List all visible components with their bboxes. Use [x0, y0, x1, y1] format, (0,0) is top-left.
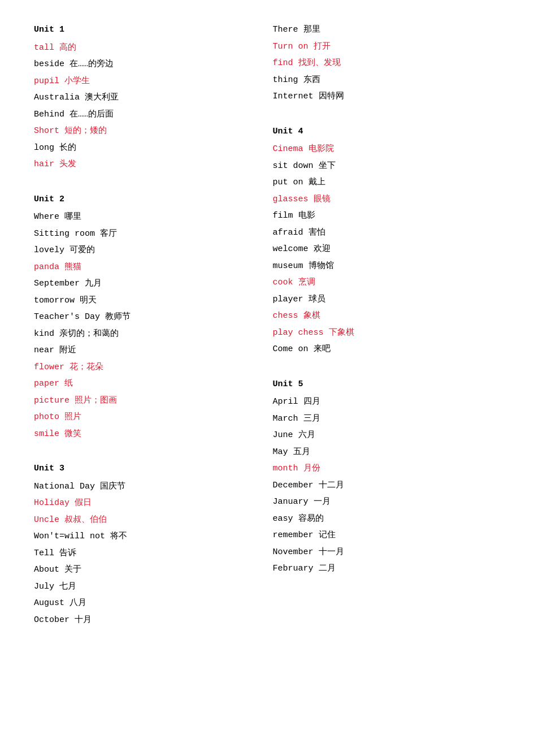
section-header: Unit 4: [273, 124, 501, 139]
vocab-entry: Teacher's Day 教师节: [34, 310, 262, 325]
left-column: Unit 1tall 高的beside 在……的旁边pupil 小学生Austr…: [34, 23, 273, 629]
vocab-entry: September 九月: [34, 277, 262, 291]
vocab-entry: glasses 眼镜: [273, 192, 501, 207]
vocab-entry: Turn on 打开: [273, 40, 501, 54]
vocab-entry: sit down 坐下: [273, 159, 501, 174]
vocab-entry: smile 微笑: [34, 427, 262, 442]
vocab-entry: play chess 下象棋: [273, 326, 501, 340]
vocab-entry: January 一月: [273, 495, 501, 509]
vocab-entry: flower 花；花朵: [34, 360, 262, 375]
vocab-entry: Uncle 叔叔、伯伯: [34, 513, 262, 528]
vocab-entry: pupil 小学生: [34, 74, 262, 89]
vocab-entry: April 四月: [273, 395, 501, 409]
vocab-entry: May 五月: [273, 445, 501, 460]
vocab-entry: panda 熊猫: [34, 260, 262, 275]
vocab-entry: About 关于: [34, 563, 262, 577]
vocab-entry: hair 头发: [34, 157, 262, 172]
vocab-entry: June 六月: [273, 428, 501, 443]
vocab-entry: tall 高的: [34, 41, 262, 55]
vocab-entry: Holiday 假日: [34, 496, 262, 511]
section-header: Unit 2: [34, 192, 262, 207]
vocab-entry: Internet 因特网: [273, 89, 501, 104]
section-header: Unit 3: [34, 461, 262, 476]
vocab-entry: Sitting room 客厅: [34, 227, 262, 241]
vocab-entry: kind 亲切的；和蔼的: [34, 327, 262, 342]
page-container: Unit 1tall 高的beside 在……的旁边pupil 小学生Austr…: [34, 23, 500, 629]
section-header: Unit 5: [273, 377, 501, 392]
vocab-entry: Won't=will not 将不: [34, 529, 262, 544]
vocab-entry: Cinema 电影院: [273, 142, 501, 157]
vocab-entry: museum 博物馆: [273, 259, 501, 274]
vocab-entry: month 月份: [273, 461, 501, 476]
vocab-entry: picture 照片；图画: [34, 394, 262, 408]
vocab-entry: lovely 可爱的: [34, 243, 262, 258]
vocab-entry: remember 记住: [273, 528, 501, 543]
vocab-entry: cook 烹调: [273, 275, 501, 290]
vocab-entry: find 找到、发现: [273, 56, 501, 71]
vocab-entry: There 那里: [273, 23, 501, 37]
vocab-entry: Tell 告诉: [34, 546, 262, 561]
vocab-entry: March 三月: [273, 412, 501, 426]
vocab-entry: thing 东西: [273, 73, 501, 88]
vocab-entry: National Day 国庆节: [34, 479, 262, 494]
vocab-entry: Short 短的；矮的: [34, 124, 262, 139]
vocab-entry: chess 象棋: [273, 309, 501, 323]
vocab-entry: beside 在……的旁边: [34, 57, 262, 72]
vocab-entry: paper 纸: [34, 377, 262, 391]
vocab-entry: August 八月: [34, 596, 262, 611]
vocab-entry: Where 哪里: [34, 210, 262, 224]
vocab-entry: tomorrow 明天: [34, 293, 262, 308]
vocab-entry: November 十一月: [273, 545, 501, 560]
vocab-entry: put on 戴上: [273, 175, 501, 190]
section-spacer: [34, 174, 262, 182]
vocab-entry: Come on 来吧: [273, 342, 501, 357]
vocab-entry: afraid 害怕: [273, 226, 501, 240]
vocab-entry: welcome 欢迎: [273, 242, 501, 257]
vocab-entry: December 十二月: [273, 478, 501, 493]
vocab-entry: photo 照片: [34, 410, 262, 425]
vocab-entry: easy 容易的: [273, 512, 501, 526]
vocab-entry: long 长的: [34, 141, 262, 155]
section-spacer: [273, 106, 501, 114]
vocab-entry: February 二月: [273, 561, 501, 576]
vocab-entry: near 附近: [34, 343, 262, 358]
vocab-entry: player 球员: [273, 292, 501, 307]
vocab-entry: Australia 澳大利亚: [34, 90, 262, 105]
section-spacer: [273, 359, 501, 367]
vocab-entry: July 七月: [34, 580, 262, 594]
section-header: Unit 1: [34, 23, 262, 37]
section-spacer: [34, 443, 262, 451]
vocab-entry: film 电影: [273, 209, 501, 223]
vocab-entry: October 十月: [34, 613, 262, 628]
vocab-entry: Behind 在……的后面: [34, 107, 262, 122]
right-column: There 那里Turn on 打开find 找到、发现thing 东西Inte…: [273, 23, 501, 629]
